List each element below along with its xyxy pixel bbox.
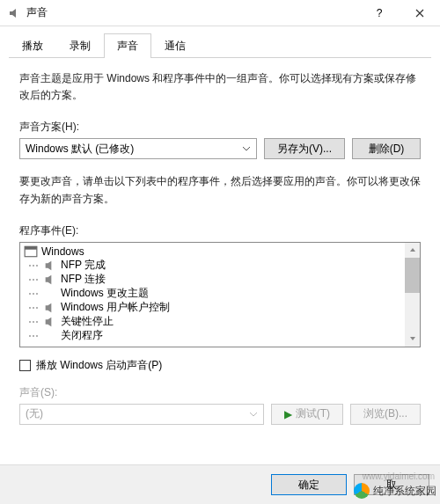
scheme-combo[interactable]: Windows 默认 (已修改) <box>19 138 257 159</box>
chevron-down-icon <box>249 412 258 417</box>
sound-combo: (无) <box>19 404 264 425</box>
titlebar: 声音 ? <box>0 0 440 26</box>
browse-button: 浏览(B)... <box>350 404 421 425</box>
startup-sound-label: 播放 Windows 启动声音(P) <box>36 358 162 373</box>
svg-rect-1 <box>25 246 37 249</box>
tree-item-label: Windows 更改主题 <box>61 286 149 301</box>
blank-icon <box>43 288 57 300</box>
chevron-down-icon <box>242 146 251 151</box>
cancel-button[interactable]: 取 <box>354 474 429 495</box>
tree-item-label: NFP 完成 <box>61 258 106 273</box>
tree-item[interactable]: ⋯ Windows 更改主题 <box>20 287 420 301</box>
startup-sound-checkbox[interactable]: 播放 Windows 启动声音(P) <box>19 358 421 373</box>
tree-scrollbar[interactable] <box>405 243 420 347</box>
ok-button[interactable]: 确定 <box>271 474 347 495</box>
sound-dialog-icon <box>7 6 21 20</box>
scroll-track[interactable] <box>405 293 420 332</box>
scroll-up-button[interactable] <box>405 243 420 258</box>
scheme-value: Windows 默认 (已修改) <box>26 142 242 157</box>
blank-icon <box>43 330 57 342</box>
tree-item-label: NFP 连接 <box>61 272 106 287</box>
sound-value: (无) <box>26 406 249 421</box>
save-as-button[interactable]: 另存为(V)... <box>264 138 345 159</box>
events-description: 要更改声音，请单击以下列表中的程序事件，然后选择要应用的声音。你可以将更改保存为… <box>19 173 421 207</box>
tree-root-label: Windows <box>41 245 84 258</box>
tree-item[interactable]: ⋯ NFP 完成 <box>20 259 420 273</box>
window-title: 声音 <box>26 5 359 20</box>
scroll-down-button[interactable] <box>405 332 420 347</box>
tree-item-label: 关键性停止 <box>61 314 114 329</box>
content-pane: 声音主题是应用于 Windows 和程序事件中的一组声音。你可以选择现有方案或保… <box>0 58 440 437</box>
events-tree[interactable]: Windows ⋯ NFP 完成 ⋯ NFP 连接 ⋯ Windows 更改主题… <box>19 242 421 347</box>
tree-item[interactable]: ⋯ 关闭程序 <box>20 329 420 343</box>
scroll-thumb[interactable] <box>405 258 420 293</box>
tab-strip: 播放 录制 声音 通信 <box>0 26 440 58</box>
speaker-icon <box>43 302 57 314</box>
tree-item[interactable]: ⋯ NFP 连接 <box>20 273 420 287</box>
help-button[interactable]: ? <box>359 0 400 26</box>
windows-icon <box>24 245 38 258</box>
speaker-icon <box>43 259 57 272</box>
events-label: 程序事件(E): <box>19 223 421 238</box>
tab-recording[interactable]: 录制 <box>56 33 104 58</box>
play-icon: ▶ <box>284 408 292 420</box>
speaker-icon <box>43 274 57 286</box>
scheme-description: 声音主题是应用于 Windows 和程序事件中的一组声音。你可以选择现有方案或保… <box>19 70 421 104</box>
checkbox-icon <box>19 360 31 371</box>
tree-item[interactable]: ⋯ 关键性停止 <box>20 315 420 329</box>
test-button: ▶ 测试(T) <box>271 404 343 425</box>
tree-item-label: Windows 用户帐户控制 <box>61 300 170 315</box>
speaker-icon <box>43 316 57 328</box>
delete-button[interactable]: 删除(D) <box>352 138 421 159</box>
close-button[interactable] <box>400 0 440 26</box>
tab-playback[interactable]: 播放 <box>9 33 56 58</box>
test-label: 测试(T) <box>296 406 330 421</box>
tab-sounds[interactable]: 声音 <box>104 33 151 58</box>
tree-item-label: 关闭程序 <box>61 328 103 343</box>
tree-item[interactable]: ⋯ Windows 用户帐户控制 <box>20 301 420 315</box>
scheme-label: 声音方案(H): <box>19 120 421 135</box>
tab-communications[interactable]: 通信 <box>151 33 199 58</box>
dialog-footer: 确定 取 <box>0 464 440 504</box>
sound-label: 声音(S): <box>19 385 421 400</box>
tree-root[interactable]: Windows <box>20 245 420 259</box>
